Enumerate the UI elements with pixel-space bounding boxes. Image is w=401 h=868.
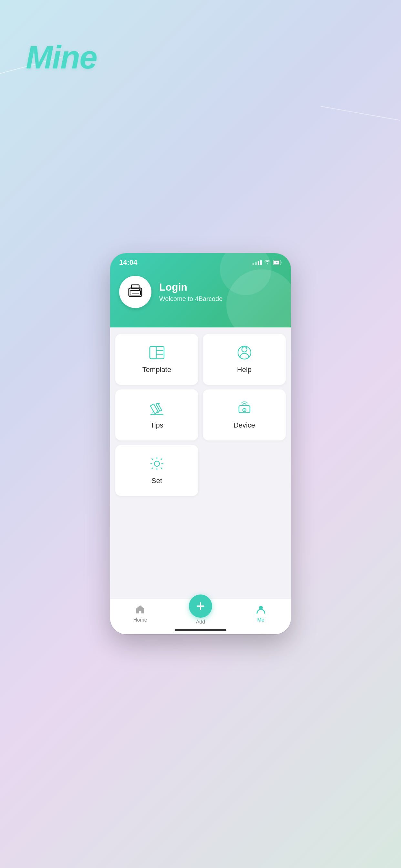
printer-icon bbox=[126, 282, 145, 302]
status-bar: 14:04 bbox=[110, 253, 291, 269]
help-icon bbox=[237, 345, 252, 361]
template-icon bbox=[149, 345, 165, 361]
grid-row-1: Template Help bbox=[115, 334, 286, 385]
home-icon bbox=[134, 603, 146, 615]
status-icons bbox=[252, 259, 282, 266]
avatar bbox=[119, 276, 151, 308]
svg-point-18 bbox=[244, 410, 245, 411]
me-label: Me bbox=[257, 617, 265, 623]
help-label: Help bbox=[237, 366, 251, 374]
signal-bar-4 bbox=[260, 260, 262, 265]
wifi-icon bbox=[264, 259, 271, 266]
header-section: 14:04 bbox=[110, 253, 291, 328]
person-icon bbox=[255, 603, 267, 615]
svg-point-7 bbox=[139, 289, 141, 291]
home-label: Home bbox=[133, 617, 147, 623]
device-item[interactable]: Device bbox=[203, 390, 286, 440]
bottom-nav: Home Add bbox=[110, 599, 291, 634]
grid-row-2: Tips Devi bbox=[115, 390, 286, 440]
settings-icon bbox=[149, 456, 165, 471]
help-item[interactable]: Help bbox=[203, 334, 286, 385]
tips-icon bbox=[149, 400, 165, 416]
user-info: Login Welcome to 4Barcode bbox=[159, 281, 282, 303]
status-time: 14:04 bbox=[119, 258, 137, 267]
nav-me[interactable]: Me bbox=[230, 603, 291, 623]
home-indicator bbox=[175, 629, 226, 631]
template-label: Template bbox=[143, 366, 171, 374]
svg-point-13 bbox=[242, 347, 247, 352]
battery-icon bbox=[273, 260, 282, 265]
signal-bar-1 bbox=[252, 263, 254, 265]
signal-bar-2 bbox=[255, 262, 257, 265]
tips-label: Tips bbox=[150, 421, 163, 430]
device-label: Device bbox=[234, 421, 255, 430]
add-label: Add bbox=[196, 619, 205, 625]
svg-rect-8 bbox=[150, 346, 164, 359]
login-label[interactable]: Login bbox=[159, 281, 282, 293]
page-title: Mine bbox=[26, 39, 97, 76]
content-area: Template Help bbox=[110, 328, 291, 599]
add-button[interactable] bbox=[189, 594, 212, 618]
device-icon bbox=[237, 400, 252, 416]
set-label: Set bbox=[151, 476, 162, 485]
welcome-text: Welcome to 4Barcode bbox=[159, 295, 282, 303]
phone-body: 14:04 bbox=[110, 253, 291, 634]
phone-frame: 14:04 bbox=[110, 253, 291, 634]
template-item[interactable]: Template bbox=[115, 334, 198, 385]
tips-item[interactable]: Tips bbox=[115, 390, 198, 440]
grid-row-3: Set bbox=[115, 445, 286, 496]
svg-rect-9 bbox=[150, 346, 156, 359]
nav-add: Add bbox=[171, 603, 231, 625]
signal-icon bbox=[252, 260, 262, 265]
nav-home[interactable]: Home bbox=[110, 603, 171, 623]
set-item[interactable]: Set bbox=[115, 445, 198, 496]
svg-point-19 bbox=[154, 461, 159, 466]
empty-cell bbox=[203, 445, 286, 496]
user-section[interactable]: Login Welcome to 4Barcode bbox=[110, 269, 291, 314]
signal-bar-3 bbox=[258, 261, 259, 265]
